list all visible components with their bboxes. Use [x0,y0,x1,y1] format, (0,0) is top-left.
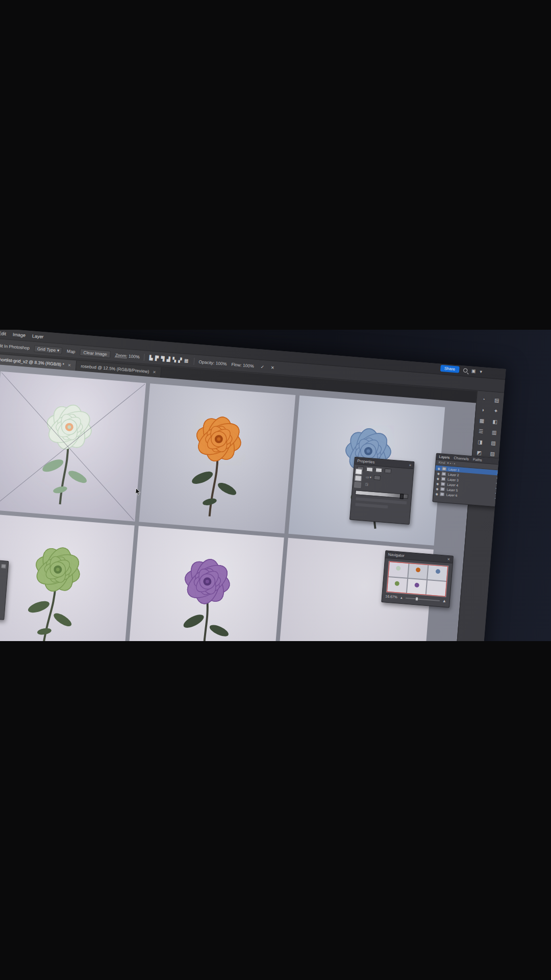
search-icon[interactable] [463,368,468,373]
video-frame: FileEditImageLayer Share ▣ ▾ ◤ Edit In P… [0,0,551,980]
map-option[interactable]: Map [67,349,76,354]
layer-thumbnail[interactable] [441,477,446,481]
panel-close-icon[interactable]: ✕ [447,557,450,561]
thumb-rose-dot [395,581,400,586]
gradients-icon[interactable]: ◩ [477,450,482,456]
align-left-icon[interactable]: ▙ [149,355,155,361]
thumb-rose-dot [435,569,440,574]
brushes-icon[interactable]: ◨ [478,439,483,445]
clear-image-button[interactable]: Clear Image [80,349,111,358]
prop-button[interactable] [385,469,392,474]
divider [144,354,145,361]
tab-close-icon[interactable]: ✕ [153,370,156,375]
layers-rows: ◉Layer 1▪ ◦◉Layer 2▪ ◦◉Layer 3▪ ◦◉Layer … [433,465,502,501]
styles-icon[interactable]: ◧ [492,419,497,425]
edit-in-button[interactable]: Edit In Photoshop [0,343,30,351]
navigator-zoom-slider[interactable] [406,597,440,601]
layer-thumbnail[interactable] [440,492,445,496]
navigator-panel: Navigator ✕ 16.67% ▲ ▲ [381,550,454,607]
layers-panel: LayersChannelsPaths Kind ▾ ▪ ◦ ▪ ◉Layer … [432,453,503,507]
history-icon[interactable]: ◔ [482,396,485,402]
navigator-zoom-value[interactable]: 16.67% [385,594,397,599]
tab-close-icon[interactable]: ✕ [67,363,71,368]
app-bar-right: Share ▣ ▾ [440,365,482,375]
thumb-rose-dot [396,566,401,571]
distribute-icon[interactable]: ▦ [184,358,189,363]
properties-panel: Properties ≡ ▭ ▾ ◳ [349,457,415,525]
navigator-title: Navigator [388,552,405,558]
visibility-eye-icon[interactable]: ◉ [437,471,440,475]
swatches-icon[interactable]: ▦ [479,418,484,424]
workspace-switcher-icon[interactable]: ▣ [471,368,476,374]
slider-knob[interactable] [416,597,418,600]
navigator-thumbnail[interactable] [386,561,449,597]
actions-icon[interactable]: ▥ [491,429,496,435]
grid-type-dropdown[interactable]: Grid Type ▾ [34,345,62,354]
navigator-thumb-tile-3 [428,565,447,581]
patterns-icon[interactable]: ▧ [491,440,496,446]
layers-panel-tab-paths[interactable]: Paths [473,457,482,461]
layers-panel-tab-layers[interactable]: Layers [439,455,450,459]
panel-icon[interactable] [1,564,6,569]
navigator-thumb-tile-4 [387,577,407,593]
adjustments-icon[interactable]: ◑ [481,407,485,412]
prop-button[interactable] [374,475,381,480]
layers-panel-tab-channels[interactable]: Channels [454,456,469,460]
foreground-swatch[interactable] [355,469,362,475]
canvas-tile-2[interactable] [139,383,295,533]
shapes-icon[interactable]: ▨ [490,451,495,457]
visibility-eye-icon[interactable]: ◉ [436,481,439,485]
properties-faint-row [355,503,388,508]
letterbox-top [0,0,551,330]
canvas-tile-1[interactable] [0,372,146,522]
slider-knob[interactable] [400,494,404,499]
rose-photo [139,383,295,533]
navigator-thumb-tile-2 [408,564,428,579]
share-button[interactable]: Share [440,365,459,373]
zoom-out-icon[interactable]: ▲ [400,596,403,599]
thumb-rose-dot [414,582,419,587]
prop-button[interactable] [366,467,373,472]
layer-thumbnail[interactable] [441,482,445,486]
visibility-eye-icon[interactable]: ◉ [436,486,439,490]
zoom-field[interactable]: Zoom: 100% [115,352,140,359]
color-icon[interactable]: ▤ [494,397,499,403]
chevron-down-icon[interactable]: ▾ [480,369,482,374]
menu-edit[interactable]: Edit [0,331,6,336]
libraries-icon[interactable]: ✦ [493,408,498,414]
mouse-cursor [135,488,141,496]
visibility-eye-icon[interactable]: ◉ [437,476,440,480]
filter-icons[interactable]: ▾ ▪ ◦ ▪ [447,461,455,465]
background-swatch[interactable] [355,475,362,481]
layer-thumbnail[interactable] [440,487,445,491]
divider [193,358,194,365]
cancel-icon[interactable]: ✕ [270,365,274,371]
layer-thumbnail[interactable] [442,472,446,476]
visibility-eye-icon[interactable]: ◉ [437,466,440,470]
letterbox-bottom [0,641,551,980]
align-right-icon[interactable]: ▜ [161,356,167,362]
prop-button[interactable] [375,468,383,473]
align-icons: ▙ ▛ ▜ ▟ ▚ ▞ ▦ [149,355,189,363]
zoom-in-icon[interactable]: ▲ [442,598,447,603]
frame-guide-x [0,372,146,522]
prop-label: ◳ [365,482,368,486]
info-icon[interactable]: ☰ [479,428,484,434]
visibility-eye-icon[interactable]: ◉ [435,492,438,495]
layer-thumbnail[interactable] [442,467,447,471]
layers-filter-label[interactable]: Kind [438,460,445,465]
align-middle-icon[interactable]: ▚ [172,357,179,363]
thumb-rose-dot [416,567,421,572]
opacity-field[interactable]: Opacity: 100% [198,359,227,366]
align-bottom-icon[interactable]: ▞ [178,357,184,363]
commit-icon[interactable]: ✓ [260,364,264,370]
navigator-thumb-tile-1 [388,562,408,578]
prop-label: ▭ ▾ [366,475,372,479]
flow-field[interactable]: Flow: 100% [231,362,254,369]
navigator-thumb-tile-6 [427,580,446,596]
menu-image[interactable]: Image [13,332,26,338]
menu-layer[interactable]: Layer [32,333,44,339]
panel-menu-icon[interactable]: ≡ [409,463,412,467]
extra-swatch[interactable] [354,482,361,488]
properties-title: Properties [357,458,375,464]
